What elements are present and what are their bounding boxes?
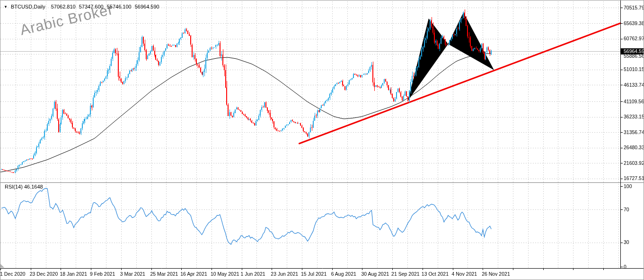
date-tick-label: 1 Jun 2021: [241, 271, 265, 277]
symbol-period-label: BTCUSD,Daily: [11, 4, 45, 9]
price-tick-label: 41109.560: [624, 99, 644, 105]
rsi-tick-label: 30: [624, 239, 629, 245]
chart-header: ▼BTCUSD,Daily57062.81057347.60055746.100…: [4, 4, 163, 9]
date-tick-label: 23 Dec 2020: [30, 271, 58, 277]
price-tick-label: 51010.150: [624, 66, 644, 72]
price-tick-label: 16727.510: [624, 175, 644, 181]
date-tick-label: 25 Mar 2021: [150, 271, 178, 277]
panel-resize-grip[interactable]: [0, 264, 4, 268]
current-price-tag: 56964.590: [621, 48, 644, 54]
collapse-chart-icon[interactable]: ▼: [4, 5, 8, 9]
date-tick-label: 1 Dec 2020: [0, 271, 26, 277]
date-tick-label: 6 Aug 2021: [331, 271, 356, 277]
price-tick-label: 21603.920: [624, 160, 644, 166]
mt4-chart-window: Arabic Broker ▼BTCUSD,Daily57062.8105734…: [0, 0, 644, 280]
ohlc-open: 57062.810: [51, 4, 76, 9]
rsi-tick-label: 70: [624, 207, 629, 213]
date-tick-label: 9 Feb 2021: [90, 271, 115, 277]
price-tick-label: 70515.790: [624, 5, 644, 11]
price-tick-label: 26480.330: [624, 145, 644, 151]
rsi-indicator-label: RSI(14) 46.1648: [5, 184, 43, 190]
date-tick-label: 15 Jul 2021: [301, 271, 326, 277]
date-tick-label: 18 Jan 2021: [60, 271, 87, 277]
date-tick-label: 3 Mar 2021: [120, 271, 145, 277]
price-tick-label: 65639.380: [624, 20, 644, 27]
price-tick-label: 46133.740: [624, 82, 644, 88]
date-tick-label: 10 May 2021: [211, 271, 239, 277]
price-tick-label: 31356.740: [624, 129, 644, 135]
ohlc-low: 55746.100: [107, 4, 132, 9]
ohlc-high: 57347.600: [79, 4, 104, 9]
date-tick-label: 21 Sep 2021: [391, 271, 420, 277]
date-tick-label: 26 Nov 2021: [482, 271, 510, 277]
chart-canvas[interactable]: [0, 0, 644, 280]
date-tick-label: 13 Oct 2021: [422, 271, 449, 277]
rsi-tick-label: 100: [624, 183, 632, 190]
ohlc-close: 56964.590: [135, 4, 159, 9]
date-tick-label: 23 Jun 2021: [271, 271, 298, 277]
date-tick-label: 16 Apr 2021: [180, 271, 207, 277]
date-tick-label: 30 Aug 2021: [361, 271, 389, 277]
rsi-tick-label: 0: [624, 264, 626, 270]
price-tick-label: 60762.970: [624, 36, 644, 42]
price-tick-label: 36233.150: [624, 114, 644, 120]
date-tick-label: 4 Nov 2021: [452, 271, 477, 277]
